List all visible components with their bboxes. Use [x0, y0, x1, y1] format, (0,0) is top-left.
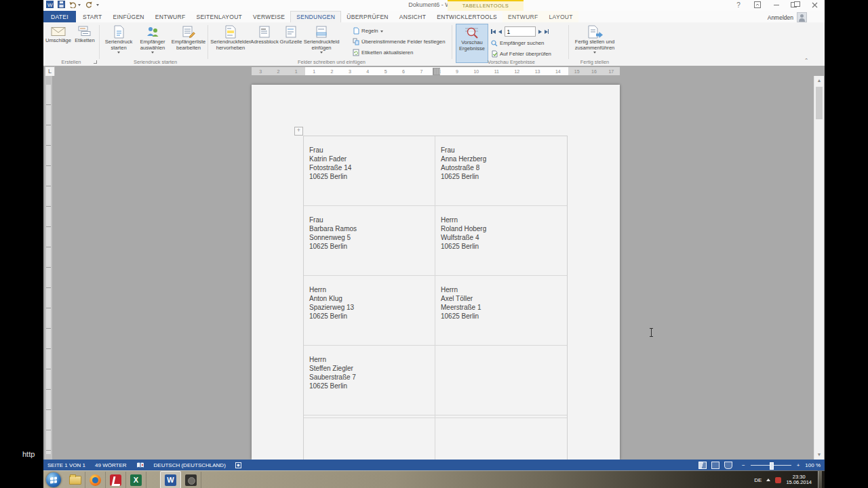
empfaenger-auswaehlen-button[interactable]: Empfänger auswählen	[137, 24, 168, 62]
ruler-row: L 321 123 456 789 101112 1314 151617	[43, 66, 825, 76]
help-button[interactable]: ?	[734, 1, 743, 9]
tab-start[interactable]: START	[77, 11, 108, 22]
tab-tabellentools-entwurf[interactable]: ENTWURF	[502, 11, 544, 22]
web-layout-button[interactable]	[724, 462, 732, 469]
document-page: + Frau Katrin Fader Fotostraße 14 10625 …	[252, 85, 620, 460]
next-record-button[interactable]	[538, 30, 542, 34]
label-cell[interactable]: Frau Katrin Fader Fotostraße 14 10625 Be…	[304, 136, 435, 205]
explorer-taskbar-button[interactable]	[65, 472, 85, 488]
label-cell[interactable]: Frau Anna Herzberg Autostraße 8 10625 Be…	[435, 136, 567, 205]
record-number-input[interactable]	[505, 26, 536, 37]
word-taskbar-button[interactable]: W	[160, 471, 181, 488]
vorschau-ergebnisse-toggle[interactable]: Vorschau Ergebnisse	[456, 24, 488, 63]
desktop: { "window": { "title": "Dokument6 - Word…	[0, 0, 868, 488]
tab-datei[interactable]: DATEI	[43, 11, 76, 22]
word-count-indicator[interactable]: 49 WÖRTER	[95, 462, 127, 468]
auf-fehler-ueberpruefen-button[interactable]: Auf Fehler überprüfen	[491, 49, 551, 59]
page-indicator[interactable]: SEITE 1 VON 1	[47, 462, 85, 468]
last-record-button[interactable]	[545, 29, 549, 34]
table-row: Herrn Steffen Ziegler Sauberstraße 7 106…	[304, 346, 567, 415]
collapse-ribbon-icon[interactable]: ⌃	[803, 58, 810, 64]
tab-selector-button[interactable]: L	[45, 66, 55, 77]
greeting-line-icon	[283, 25, 298, 39]
label-cell[interactable]: Herrn Axel Töller Meerstraße 1 10625 Ber…	[435, 276, 567, 345]
tab-ansicht[interactable]: ANSICHT	[394, 11, 431, 22]
proofing-status-icon[interactable]	[136, 462, 144, 468]
table-move-handle[interactable]: +	[294, 127, 303, 136]
vertical-scrollbar[interactable]: ▲ ▼	[814, 76, 824, 460]
empfaenger-suchen-button[interactable]: Empfänger suchen	[491, 38, 544, 48]
seriendruckfelder-hervorheben-button[interactable]: Seriendruckfelder hervorheben	[212, 24, 250, 62]
tab-seitenlayout[interactable]: SEITENLAYOUT	[191, 11, 248, 22]
scroll-down-icon[interactable]: ▼	[814, 450, 824, 460]
dialog-launcher-icon[interactable]	[93, 60, 98, 64]
etiketten-button[interactable]: Etiketten	[72, 24, 98, 62]
language-tray-indicator[interactable]: DE	[754, 477, 762, 483]
seriendruckfeld-einfuegen-button[interactable]: Seriendruckfeld einfügen	[304, 24, 339, 62]
previous-record-button[interactable]	[498, 30, 502, 34]
adressblock-button[interactable]: Adressblock	[251, 24, 278, 62]
tab-verweise[interactable]: VERWEISE	[248, 11, 290, 22]
label-cell[interactable]: Herrn Roland Hoberg Wulfstraße 4 10625 B…	[435, 206, 567, 275]
labels-icon	[77, 25, 92, 37]
table-row	[304, 418, 567, 460]
uebereinstimmende-felder-button[interactable]: Übereinstimmende Felder festlegen	[353, 37, 446, 47]
word-window: W Dokument6 - Word TABELLENTOOLS ?	[43, 0, 825, 488]
preview-results-icon	[464, 26, 480, 39]
document-area: + Frau Katrin Fader Fotostraße 14 10625 …	[43, 76, 825, 460]
show-desktop-button[interactable]	[818, 471, 822, 488]
windows-logo-icon	[50, 476, 57, 483]
clock[interactable]: 23:30 15.06.2014	[786, 474, 812, 486]
scroll-up-icon[interactable]: ▲	[814, 76, 824, 85]
ribbon-display-options-button[interactable]	[753, 1, 762, 9]
print-layout-button[interactable]	[711, 462, 719, 469]
label-cell[interactable]	[304, 418, 435, 460]
button-label: Seriendruck starten	[103, 39, 134, 51]
red-app-taskbar-button[interactable]	[106, 472, 126, 488]
zoom-in-button[interactable]: +	[797, 462, 800, 468]
label-cell[interactable]: Herrn Steffen Ziegler Sauberstraße 7 106…	[304, 346, 435, 415]
label-cell[interactable]: Frau Barbara Ramos Sonnenweg 5 10625 Ber…	[304, 206, 435, 275]
address-block-icon	[257, 25, 272, 39]
recorder-taskbar-button[interactable]	[181, 472, 201, 488]
scrollbar-thumb[interactable]	[816, 87, 823, 119]
fertig-stellen-button[interactable]: Fertig stellen und zusammenführen	[574, 24, 616, 62]
show-hidden-icons-icon[interactable]	[766, 479, 770, 481]
close-button[interactable]	[810, 1, 819, 9]
tray-app-icon[interactable]	[775, 477, 781, 483]
empfaengerliste-bearbeiten-button[interactable]: Empfängerliste bearbeiten	[171, 24, 206, 62]
zoom-level[interactable]: 100 %	[805, 462, 821, 468]
signin-link[interactable]: Anmelden	[768, 14, 793, 21]
read-mode-button[interactable]	[698, 462, 707, 469]
regeln-button[interactable]: Regeln	[353, 26, 383, 36]
table-column-marker[interactable]	[433, 68, 440, 75]
first-record-button[interactable]	[491, 29, 496, 34]
red-app-icon	[110, 474, 121, 486]
firefox-taskbar-button[interactable]	[85, 472, 106, 488]
minimize-button[interactable]	[772, 1, 781, 9]
tab-sendungen[interactable]: SENDUNGEN	[290, 11, 341, 22]
macro-record-icon[interactable]	[235, 462, 241, 468]
excel-taskbar-button[interactable]: X	[126, 472, 146, 488]
tab-entwurf[interactable]: ENTWURF	[150, 11, 191, 22]
zoom-slider-thumb[interactable]	[770, 462, 774, 470]
tab-entwicklertools[interactable]: ENTWICKLERTOOLS	[431, 11, 502, 22]
zoom-out-button[interactable]: −	[742, 462, 745, 468]
language-indicator[interactable]: DEUTSCH (DEUTSCHLAND)	[154, 462, 226, 468]
seriendruck-starten-button[interactable]: Seriendruck starten	[103, 24, 134, 62]
umschlaege-button[interactable]: Umschläge	[45, 24, 72, 62]
windows-taskbar: X W DE 23:30 15.06.2014	[43, 470, 825, 488]
zoom-slider[interactable]	[751, 465, 791, 466]
tab-einfuegen[interactable]: EINFÜGEN	[107, 11, 149, 22]
label-cell[interactable]	[435, 418, 567, 460]
etiketten-aktualisieren-button[interactable]: Etiketten aktualisieren	[353, 47, 413, 58]
tab-tabellentools-layout[interactable]: LAYOUT	[544, 11, 578, 22]
label-cell[interactable]: Herrn Anton Klug Spazierweg 13 10625 Ber…	[304, 276, 435, 345]
button-label: Regeln	[361, 28, 378, 34]
start-button[interactable]	[46, 472, 61, 487]
grusszeile-button[interactable]: Grußzeile	[279, 24, 302, 62]
label-cell[interactable]	[435, 346, 567, 415]
account-avatar[interactable]	[797, 12, 807, 22]
restore-button[interactable]	[791, 1, 800, 9]
tab-ueberpruefen[interactable]: ÜBERPRÜFEN	[341, 11, 394, 22]
